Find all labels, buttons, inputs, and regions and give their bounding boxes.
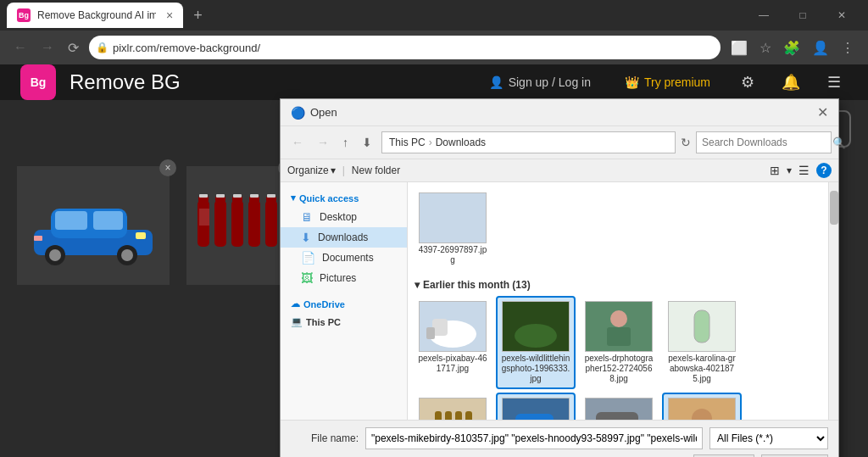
documents-icon: 📄 [301,251,315,265]
breadcrumb-bar[interactable]: This PC › Downloads [381,131,676,153]
prev-file-name: 4397-26997897.jpg [418,245,487,265]
browser-tab[interactable]: Bg Remove Background AI image × [7,3,183,28]
view-list-button[interactable]: ☰ [798,164,810,177]
minimize-button[interactable]: — [744,0,783,31]
organize-button[interactable]: Organize ▾ [287,164,336,176]
file-item[interactable]: pexels-hnoody93-58997.jpg [664,394,740,420]
file-item[interactable]: pexels-karolina-grabowska-4021875.jpg [664,298,740,387]
svg-rect-52 [596,412,638,420]
file-thumb-3 [668,301,736,352]
desktop-icon: 🖥 [301,210,313,224]
address-bar[interactable] [89,36,721,59]
forward-button[interactable]: → [37,36,58,59]
chevron-down-icon: ▾ [291,192,296,203]
new-folder-button[interactable]: New folder [352,164,400,176]
sidebar-item-desktop[interactable]: 🖥 Desktop [281,207,407,227]
file-thumb-5 [502,398,570,420]
dialog-overlay: 🔵 Open ✕ ← → ↑ ⬇ This PC › Downloads ↻ 🔍 [0,64,868,389]
filetype-select[interactable]: All Files (*.*) [709,427,828,449]
svg-rect-37 [607,327,631,346]
file-item[interactable]: pexels-drphotographer152-27240568.jpg [581,298,657,387]
dialog-sidebar: ▾ Quick access 🖥 Desktop ⬇ Downloads 📄 D… [281,182,408,420]
scroll-thumb[interactable] [830,191,838,225]
dialog-forward-button[interactable]: → [313,133,333,152]
lock-icon: 🔒 [96,42,108,53]
pictures-icon: 🖼 [301,271,313,285]
computer-icon: 💻 [291,316,303,327]
dialog-title-bar: 🔵 Open ✕ [281,99,838,126]
close-window-button[interactable]: ✕ [822,0,861,31]
help-button[interactable]: ? [816,163,832,178]
file-thumb-7 [668,398,736,420]
scrollbar[interactable] [828,182,838,420]
filename-row: File name: All Files (*.*) [291,427,828,449]
profile-button[interactable]: 👤 [809,36,832,59]
svg-rect-44 [465,411,472,420]
onedrive-section[interactable]: ☁ OneDrive [281,295,407,313]
tab-title: Remove Background AI image [37,9,156,21]
prev-file-thumb [419,192,487,243]
tab-bar: Bg Remove Background AI image × + — □ ✕ [0,0,868,31]
prev-file-item[interactable]: 4397-26997897.jpg [415,189,491,269]
sidebar-item-documents[interactable]: 📄 Documents [281,248,407,268]
file-thumb-4 [419,398,487,420]
svg-rect-47 [515,414,554,420]
extensions-button[interactable]: 🧩 [780,36,804,59]
file-item[interactable]: pexels-karolina-grabowska-4389678.jpg [415,394,491,420]
file-name-3: pexels-karolina-grabowska-4021875.jpg [667,354,737,384]
svg-rect-40 [420,398,486,420]
dialog-downloads-icon[interactable]: ⬇ [358,133,376,152]
svg-rect-32 [426,327,435,339]
chrome-menu-button[interactable]: ⋮ [837,36,858,59]
app-main: Bg Remove BG 👤 Sign up / Log in 👑 Try pr… [0,64,868,389]
search-box: 🔍 [696,131,832,153]
file-thumb-0 [419,301,487,352]
file-thumb-6 [585,398,653,420]
search-input[interactable] [702,137,829,148]
new-tab-button[interactable]: + [186,7,209,25]
breadcrumb-downloads: Downloads [436,137,486,148]
section-header-earlier[interactable]: ▾ Earlier this month (13) [415,276,821,298]
cast-button[interactable]: ⬜ [727,36,751,59]
file-grid-area: 4397-26997897.jpg ▾ Earlier this month (… [408,182,828,420]
prev-items-row: 4397-26997897.jpg [415,189,821,269]
maximize-button[interactable]: □ [783,0,822,31]
thispc-section[interactable]: 💻 This PC [281,313,407,331]
search-button[interactable]: 🔍 [832,137,846,149]
window-controls: — □ ✕ [744,0,861,31]
file-item[interactable]: pexels-mikebirdy-116675.jpg [581,394,657,420]
sidebar-item-downloads[interactable]: ⬇ Downloads [281,227,407,248]
address-bar-wrapper: 🔒 [89,36,721,59]
tab-close-button[interactable]: × [166,8,173,22]
dialog-refresh-button[interactable]: ↻ [681,136,691,149]
file-thumb-1 [502,301,570,352]
file-thumb-2 [585,301,653,352]
breadcrumb-thispc: This PC [389,137,426,148]
back-button[interactable]: ← [10,36,31,59]
open-file-dialog: 🔵 Open ✕ ← → ↑ ⬇ This PC › Downloads ↻ 🔍 [280,98,839,457]
dialog-up-button[interactable]: ↑ [338,133,353,152]
svg-point-34 [515,324,557,348]
dialog-close-button[interactable]: ✕ [817,104,828,120]
svg-rect-43 [455,411,462,420]
browser-action-buttons: ⬜ ☆ 🧩 👤 ⋮ [727,36,858,59]
file-item[interactable]: pexels-pixabay-461717.jpg [415,298,491,387]
dialog-back-button[interactable]: ← [287,133,308,152]
file-area: 4397-26997897.jpg ▾ Earlier this month (… [408,182,838,420]
sidebar-item-pictures[interactable]: 🖼 Pictures [281,268,407,288]
file-item[interactable]: pexels-mikebirdy-810357.jpg [498,394,574,420]
filename-label: File name: [291,432,359,444]
dialog-content: ▾ Quick access 🖥 Desktop ⬇ Downloads 📄 D… [281,182,838,420]
refresh-button[interactable]: ⟳ [64,36,82,59]
svg-rect-41 [435,411,442,420]
downloads-icon: ⬇ [301,231,311,244]
filename-input[interactable] [365,427,703,449]
dialog-title: Open [310,106,817,119]
view-toggle-arrow[interactable]: ▾ [787,164,792,176]
svg-point-36 [610,310,627,327]
view-grid-button[interactable]: ⊞ [770,164,780,177]
bookmark-button[interactable]: ☆ [756,36,775,59]
quick-access-section[interactable]: ▾ Quick access [281,189,407,207]
cloud-icon: ☁ [291,298,300,309]
file-item[interactable]: pexels-wildlittlehingsphoto-1996333.jpg [498,298,574,387]
